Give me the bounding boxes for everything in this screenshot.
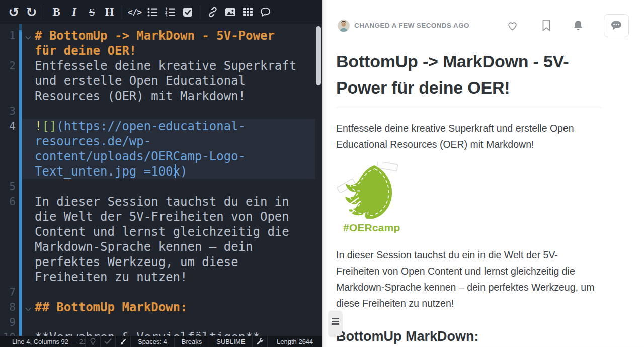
link-icon [207, 7, 218, 18]
heart-icon [506, 20, 519, 32]
hint-toggle-button[interactable] [86, 336, 101, 347]
document-length-status: Length 2644 [268, 336, 322, 347]
keymap-label: SUBLIME [216, 338, 245, 345]
line-number: 9 [0, 315, 18, 330]
line-number: 1 [0, 28, 18, 58]
check-list-icon [183, 7, 193, 17]
wrench-icon [257, 338, 264, 345]
redo-icon: ↻ [26, 6, 37, 19]
code-button[interactable]: </> [126, 3, 143, 21]
theme-brush-button[interactable] [116, 336, 131, 347]
redo-button[interactable]: ↻ [23, 3, 40, 21]
brush-icon [119, 338, 127, 345]
italic-icon: I [72, 6, 76, 19]
session-paragraph: In dieser Session tauchst du ein in die … [336, 247, 595, 311]
italic-button[interactable]: I [65, 3, 83, 21]
intro-paragraph: Entfessele deine kreative Superkraft und… [336, 120, 595, 152]
heading-button[interactable]: H [101, 3, 118, 21]
check-icon [104, 338, 112, 344]
bookmark-button[interactable] [541, 20, 551, 32]
strikethrough-button[interactable]: S [83, 3, 101, 21]
editor-pane: ↺ ↻ B I S H </> 123 [0, 0, 322, 347]
editor-line-6[interactable]: 6 In dieser Session tauchst du ein in di… [0, 194, 322, 285]
editor-lines: 1 # BottomUp -> MarkDown - 5V-Power für … [0, 24, 322, 336]
markdown-h2-source: ## BottomUp MarkDown: [35, 300, 300, 315]
svg-text:3: 3 [165, 14, 168, 18]
image-button[interactable] [221, 3, 239, 21]
editor-line-1[interactable]: 1 # BottomUp -> MarkDown - 5V-Power für … [0, 28, 322, 58]
code-icon: </> [128, 7, 142, 17]
bracket-token: [] [42, 119, 56, 133]
editor-toolbar: ↺ ↻ B I S H </> 123 [0, 0, 322, 24]
editor-line-8[interactable]: 8 ## BottomUp MarkDown: [0, 300, 322, 315]
comment-icon [260, 6, 271, 18]
gutter-change-bar [19, 24, 22, 336]
oercamp-logo-caption: #OERcamp [336, 222, 401, 234]
section-heading: BottomUp MarkDown: [336, 328, 595, 347]
editor-line-2[interactable]: 2 Entfessele deine kreative Superkraft u… [0, 58, 322, 104]
line-number: 10 [0, 330, 18, 336]
rendered-markdown: BottomUp -> MarkDown - 5V-Power für dein… [323, 37, 609, 347]
bold-icon: B [53, 6, 60, 19]
bold-text-source: **Verwahren & Vervielfältigen** [35, 330, 300, 336]
line-number: 8 [0, 300, 18, 315]
editor-line-7[interactable]: 7 [0, 285, 322, 300]
preview-header: CHANGED A FEW SECONDS AGO [323, 0, 644, 37]
paragraph-source: In dieser Session tauchst du ein in die … [35, 194, 300, 285]
bookmark-icon [541, 20, 551, 32]
markdown-editor-app: ↺ ↻ B I S H </> 123 [0, 0, 644, 347]
flame-shape [345, 165, 392, 219]
editor-line-5[interactable]: 5 [0, 179, 322, 194]
toolbar-separator [200, 5, 200, 20]
editor-line-3[interactable]: 3 [0, 104, 322, 119]
length-label: Length 2644 [277, 338, 313, 345]
editor-scrollbar-thumb[interactable] [316, 26, 321, 85]
spellcheck-toggle-button[interactable] [101, 336, 116, 347]
fold-chevron-icon[interactable] [25, 33, 31, 42]
bell-icon [573, 20, 584, 32]
line-number: 3 [0, 104, 18, 119]
table-button[interactable] [239, 3, 257, 21]
preview-pane: CHANGED A FEW SECONDS AGO [322, 0, 644, 347]
markdown-h1-source: # BottomUp -> MarkDown - 5V-Power für de… [35, 28, 300, 58]
status-bar: Line 4, Columns 92 — 21 [0, 336, 322, 347]
comment-button[interactable] [257, 3, 274, 21]
like-button[interactable] [506, 20, 519, 32]
ordered-list-button[interactable]: 123 [161, 3, 179, 21]
linebreak-setting[interactable]: Breaks [175, 336, 209, 347]
code-editor[interactable]: 1 # BottomUp -> MarkDown - 5V-Power für … [0, 24, 322, 336]
toc-toggle-handle[interactable] [329, 311, 342, 336]
editor-line-10[interactable]: 10 **Verwahren & Vervielfältigen** [0, 330, 322, 336]
empty-line [35, 315, 300, 330]
editor-line-4[interactable]: 4 ![](https://open-educational-resources… [0, 119, 322, 179]
link-button[interactable] [204, 3, 221, 21]
editor-settings-button[interactable] [253, 336, 268, 347]
table-icon [243, 7, 253, 17]
selection-count-text: — 21 [71, 338, 86, 345]
avatar[interactable] [338, 20, 350, 32]
check-list-button[interactable] [179, 3, 196, 21]
cursor-position-status[interactable]: Line 4, Columns 92 — 21 [0, 336, 86, 347]
heading-icon: H [105, 6, 114, 19]
line-number: 5 [0, 179, 18, 194]
image-icon [225, 7, 236, 18]
changed-timestamp: CHANGED A FEW SECONDS AGO [354, 22, 469, 29]
line-number: 7 [0, 285, 18, 300]
image-markdown-source: ![](https://open-educational-resources.d… [35, 119, 300, 179]
editor-line-9[interactable]: 9 [0, 315, 322, 330]
document-title: BottomUp -> MarkDown - 5V-Power für dein… [336, 48, 602, 108]
fold-chevron-icon[interactable] [25, 304, 31, 313]
indent-setting[interactable]: Spaces: 4 [131, 336, 175, 347]
paragraph-source: Entfessele deine kreative Superkraft und… [35, 58, 300, 104]
notifications-button[interactable] [573, 20, 584, 32]
comment-bubble-icon [610, 20, 622, 31]
comments-panel-button[interactable] [604, 14, 629, 37]
bold-button[interactable]: B [48, 3, 65, 21]
breaks-label: Breaks [182, 338, 202, 345]
undo-button[interactable]: ↺ [5, 3, 23, 21]
cursor-position-text: Line 4, Columns 92 [12, 338, 68, 345]
empty-line [35, 285, 300, 300]
unordered-list-button[interactable] [143, 3, 161, 21]
hamburger-icon [332, 318, 339, 319]
keymap-setting[interactable]: SUBLIME [209, 336, 253, 347]
